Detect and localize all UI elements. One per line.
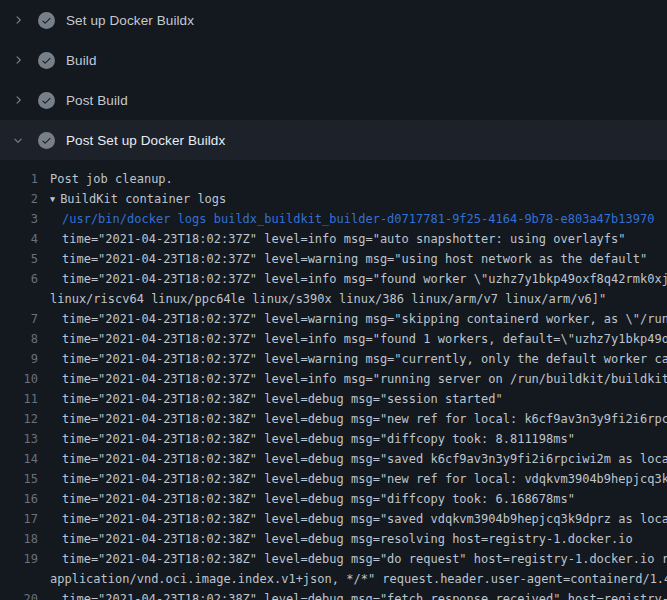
- chevron-right-icon[interactable]: [12, 94, 24, 106]
- log-line-text: time="2021-04-23T18:02:38Z" level=debug …: [62, 469, 667, 489]
- log-line-text: time="2021-04-23T18:02:38Z" level=debug …: [62, 489, 575, 509]
- line-number[interactable]: 4: [0, 229, 38, 249]
- log-line-text: time="2021-04-23T18:02:38Z" level=debug …: [62, 509, 667, 529]
- line-number[interactable]: 5: [0, 249, 38, 269]
- check-circle-icon: [38, 12, 55, 29]
- log-line: 15 time="2021-04-23T18:02:38Z" level=deb…: [0, 469, 667, 489]
- log-line-text: time="2021-04-23T18:02:38Z" level=debug …: [62, 589, 667, 600]
- line-number[interactable]: 17: [0, 509, 38, 529]
- log-line-text: /usr/bin/docker logs buildx_buildkit_bui…: [62, 209, 654, 229]
- step-label: Set up Docker Buildx: [66, 13, 194, 28]
- log-line: 5 time="2021-04-23T18:02:37Z" level=warn…: [0, 249, 667, 269]
- line-number[interactable]: 1: [0, 169, 38, 189]
- log-line-text: time="2021-04-23T18:02:38Z" level=debug …: [62, 449, 667, 469]
- line-number[interactable]: 8: [0, 329, 38, 349]
- chevron-right-icon[interactable]: [12, 54, 24, 66]
- line-number[interactable]: 3: [0, 209, 38, 229]
- step-header-build[interactable]: Build: [0, 40, 667, 80]
- log-line-text: Post job cleanup.: [50, 169, 173, 189]
- log-line-text: time="2021-04-23T18:02:37Z" level=info m…: [62, 329, 667, 349]
- log-line-text: time="2021-04-23T18:02:38Z" level=debug …: [62, 389, 503, 409]
- line-number[interactable]: 9: [0, 349, 38, 369]
- log-line-text: application/vnd.oci.image.index.v1+json,…: [50, 569, 667, 589]
- step-header-set-up-docker-buildx[interactable]: Set up Docker Buildx: [0, 0, 667, 40]
- log-line-text: time="2021-04-23T18:02:37Z" level=info m…: [62, 229, 626, 249]
- line-number[interactable]: 18: [0, 529, 38, 549]
- log-line: 20 time="2021-04-23T18:02:38Z" level=deb…: [0, 589, 667, 600]
- log-output: 1 Post job cleanup. 2 ▼BuildKit containe…: [0, 160, 667, 600]
- line-number: [0, 289, 38, 309]
- log-line-text: time="2021-04-23T18:02:37Z" level=info m…: [62, 369, 667, 389]
- steps-list: Set up Docker Buildx Build Post Build: [0, 0, 667, 160]
- log-line-text: time="2021-04-23T18:02:37Z" level=warnin…: [62, 309, 667, 329]
- line-number[interactable]: 11: [0, 389, 38, 409]
- workflow-log-panel: Set up Docker Buildx Build Post Build: [0, 0, 667, 600]
- step-label: Post Set up Docker Buildx: [66, 133, 225, 148]
- log-line-text: ▼BuildKit container logs: [50, 189, 226, 209]
- check-circle-icon: [38, 132, 55, 149]
- log-line: application/vnd.oci.image.index.v1+json,…: [0, 569, 667, 589]
- log-line: 14 time="2021-04-23T18:02:38Z" level=deb…: [0, 449, 667, 469]
- group-label[interactable]: BuildKit container logs: [60, 192, 226, 206]
- log-line: 11 time="2021-04-23T18:02:38Z" level=deb…: [0, 389, 667, 409]
- log-line: 18 time="2021-04-23T18:02:38Z" level=deb…: [0, 529, 667, 549]
- log-line: 10 time="2021-04-23T18:02:37Z" level=inf…: [0, 369, 667, 389]
- step-header-post-set-up-docker-buildx[interactable]: Post Set up Docker Buildx: [0, 120, 667, 160]
- log-line-text: time="2021-04-23T18:02:38Z" level=debug …: [62, 549, 667, 569]
- line-number[interactable]: 7: [0, 309, 38, 329]
- log-line-text: time="2021-04-23T18:02:37Z" level=warnin…: [62, 349, 667, 369]
- chevron-right-icon[interactable]: [12, 14, 24, 26]
- line-number[interactable]: 10: [0, 369, 38, 389]
- line-number[interactable]: 20: [0, 589, 38, 600]
- log-line-text: time="2021-04-23T18:02:37Z" level=warnin…: [62, 249, 647, 269]
- log-line: 9 time="2021-04-23T18:02:37Z" level=warn…: [0, 349, 667, 369]
- line-number[interactable]: 13: [0, 429, 38, 449]
- chevron-down-icon[interactable]: [12, 134, 24, 146]
- log-line-text: time="2021-04-23T18:02:38Z" level=debug …: [62, 529, 633, 549]
- log-line: 19 time="2021-04-23T18:02:38Z" level=deb…: [0, 549, 667, 569]
- log-line: 2 ▼BuildKit container logs: [0, 189, 667, 209]
- disclosure-triangle-icon[interactable]: ▼: [50, 189, 55, 209]
- log-line: 13 time="2021-04-23T18:02:38Z" level=deb…: [0, 429, 667, 449]
- line-number[interactable]: 2: [0, 189, 38, 209]
- log-line: 16 time="2021-04-23T18:02:38Z" level=deb…: [0, 489, 667, 509]
- log-line: 17 time="2021-04-23T18:02:38Z" level=deb…: [0, 509, 667, 529]
- line-number[interactable]: 16: [0, 489, 38, 509]
- step-label: Build: [66, 53, 97, 68]
- log-line: 3 /usr/bin/docker logs buildx_buildkit_b…: [0, 209, 667, 229]
- line-number: [0, 569, 38, 589]
- step-header-post-build[interactable]: Post Build: [0, 80, 667, 120]
- step-label: Post Build: [66, 93, 128, 108]
- check-circle-icon: [38, 92, 55, 109]
- log-line: 12 time="2021-04-23T18:02:38Z" level=deb…: [0, 409, 667, 429]
- log-line-text: time="2021-04-23T18:02:38Z" level=debug …: [62, 429, 575, 449]
- line-number[interactable]: 12: [0, 409, 38, 429]
- log-line-text: time="2021-04-23T18:02:38Z" level=debug …: [62, 409, 667, 429]
- log-line: 4 time="2021-04-23T18:02:37Z" level=info…: [0, 229, 667, 249]
- log-line: linux/riscv64 linux/ppc64le linux/s390x …: [0, 289, 667, 309]
- check-circle-icon: [38, 52, 55, 69]
- log-line: 8 time="2021-04-23T18:02:37Z" level=info…: [0, 329, 667, 349]
- line-number[interactable]: 6: [0, 269, 38, 289]
- line-number[interactable]: 14: [0, 449, 38, 469]
- log-line: 6 time="2021-04-23T18:02:37Z" level=info…: [0, 269, 667, 289]
- log-line-text: linux/riscv64 linux/ppc64le linux/s390x …: [50, 289, 606, 309]
- log-line: 7 time="2021-04-23T18:02:37Z" level=warn…: [0, 309, 667, 329]
- line-number[interactable]: 15: [0, 469, 38, 489]
- line-number[interactable]: 19: [0, 549, 38, 569]
- log-line: 1 Post job cleanup.: [0, 169, 667, 189]
- log-line-text: time="2021-04-23T18:02:37Z" level=info m…: [62, 269, 667, 289]
